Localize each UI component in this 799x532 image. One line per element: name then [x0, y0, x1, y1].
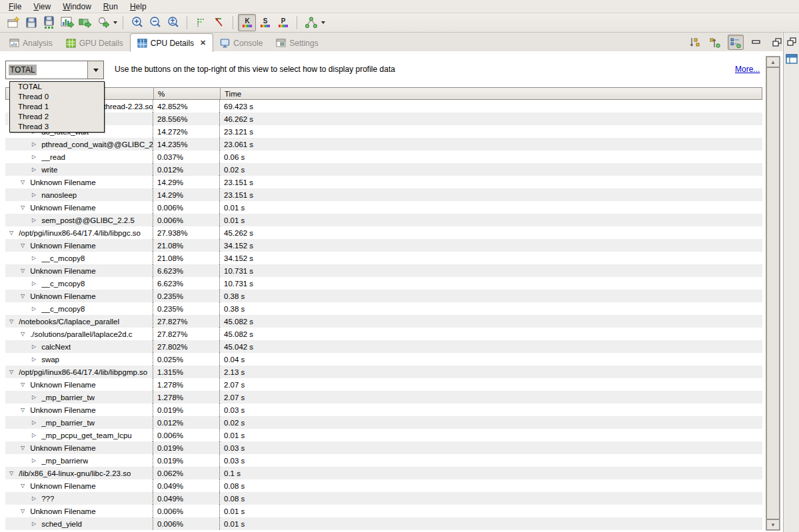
table-row[interactable]: ▽Unknown Filename21.08%34.152 s [5, 239, 762, 252]
save-icon[interactable] [22, 14, 40, 31]
expander-collapsed-icon[interactable]: ▷ [32, 166, 36, 172]
table-row[interactable]: ▷pthread_cond_wait@@GLIBC_2.3.214.235%23… [5, 138, 762, 150]
table-row[interactable]: ▽/lib/x86_64-linux-gnu/libc-2.23.so0.062… [5, 467, 762, 479]
table-row[interactable]: ▽Unknown Filename0.019%0.03 s [5, 441, 762, 454]
expander-collapsed-icon[interactable]: ▷ [32, 394, 36, 400]
table-row[interactable]: ▽Unknown Filename0.049%0.08 s [5, 479, 762, 492]
kernel-coloring-icon[interactable]: K [238, 14, 256, 31]
expander-collapsed-icon[interactable]: ▷ [32, 521, 36, 527]
scroll-down-icon[interactable]: ▼ [766, 519, 780, 530]
column-header-time[interactable]: Time [221, 88, 762, 99]
table-row[interactable]: ▷write0.012%0.02 s [5, 163, 762, 176]
new-session-icon[interactable] [4, 14, 22, 31]
expander-expanded-icon[interactable]: ▽ [21, 268, 25, 274]
expander-expanded-icon[interactable]: ▽ [9, 230, 13, 236]
expander-collapsed-icon[interactable]: ▷ [32, 255, 36, 261]
expander-collapsed-icon[interactable]: ▷ [32, 217, 36, 223]
table-row[interactable]: ▷__c_mcopy86.623%10.731 s [5, 277, 762, 290]
table-row[interactable]: ▽/opt/pgi/linux86-64/17.4/lib/libpgc.so2… [5, 226, 762, 239]
more-link[interactable]: More... [735, 65, 760, 74]
marker-goto-icon[interactable] [210, 14, 228, 31]
table-row[interactable]: ▽/lib/x86_64-linux-gnu/libpthread-2.23.s… [5, 100, 762, 113]
table-row[interactable]: ▽Unknown Filename14.29%23.151 s [5, 176, 762, 188]
table-row[interactable]: ▽Unknown Filename0.235%0.38 s [5, 290, 762, 302]
expander-collapsed-icon[interactable]: ▷ [32, 495, 36, 501]
expander-expanded-icon[interactable]: ▽ [9, 318, 13, 324]
scroll-up-icon[interactable]: ▲ [766, 57, 780, 67]
tab-close-icon[interactable]: ✕ [200, 39, 206, 47]
table-row[interactable]: ▷__c_mcopy80.235%0.38 s [5, 302, 762, 315]
scrollbar-thumb[interactable] [766, 67, 780, 519]
expander-collapsed-icon[interactable]: ▷ [32, 154, 36, 160]
marker-filter-icon[interactable] [192, 14, 210, 31]
menu-file[interactable]: File [3, 1, 27, 13]
dropdown-option[interactable]: Thread 3 [10, 122, 104, 132]
call-tree-dropdown-caret-icon[interactable] [320, 15, 326, 31]
table-row[interactable]: ▽Unknown Filename0.019%0.03 s [5, 403, 762, 416]
expander-expanded-icon[interactable]: ▽ [21, 242, 25, 248]
menu-help[interactable]: Help [124, 1, 153, 13]
menu-view[interactable]: View [27, 1, 57, 13]
dropdown-option[interactable]: Thread 0 [10, 92, 104, 102]
table-row[interactable]: ▷_mp_barrier_tw0.012%0.02 s [5, 416, 762, 429]
generate-timeline-icon[interactable] [58, 14, 76, 31]
expander-collapsed-icon[interactable]: ▷ [32, 344, 36, 350]
zoom-out-icon[interactable] [146, 14, 164, 31]
table-row[interactable]: ▷sem_post@@GLIBC_2.2.50.006%0.01 s [5, 214, 762, 226]
menu-run[interactable]: Run [97, 1, 124, 13]
expander-expanded-icon[interactable]: ▽ [21, 445, 25, 451]
expander-expanded-icon[interactable]: ▽ [21, 508, 25, 514]
combobox-value[interactable]: TOTAL [6, 61, 87, 79]
flat-view-icon[interactable] [728, 35, 744, 50]
expander-collapsed-icon[interactable]: ▷ [32, 432, 36, 438]
expander-expanded-icon[interactable]: ▽ [9, 369, 13, 375]
table-row[interactable]: ▷???0.049%0.08 s [5, 492, 762, 505]
tab-cpu-details[interactable]: CPU Details ✕ [130, 33, 214, 52]
expander-collapsed-icon[interactable]: ▷ [32, 356, 36, 362]
table-row[interactable]: ▽Unknown Filename1.278%2.07 s [5, 378, 762, 391]
table-row[interactable]: ▷_mp_barrier_tw1.278%2.07 s [5, 391, 762, 403]
table-row[interactable]: ▷swap0.025%0.04 s [5, 353, 762, 366]
cpu-details-minimized-icon[interactable] [785, 53, 798, 66]
expander-collapsed-icon[interactable]: ▷ [32, 457, 36, 463]
table-row[interactable]: ▷_mp_barrierw0.019%0.03 s [5, 454, 762, 467]
minimize-view-icon[interactable] [748, 35, 764, 50]
expander-collapsed-icon[interactable]: ▷ [32, 306, 36, 312]
profile-dropdown-caret-icon[interactable] [112, 15, 118, 31]
run-analysis-icon[interactable] [76, 14, 94, 31]
expander-collapsed-icon[interactable]: ▷ [32, 192, 36, 198]
expander-expanded-icon[interactable]: ▽ [21, 382, 25, 388]
table-row[interactable]: ▷do_futex_wait14.272%23.121 s [5, 125, 762, 138]
table-row[interactable]: ▷__read0.037%0.06 s [5, 150, 762, 163]
stream-coloring-icon[interactable]: S [256, 14, 274, 31]
vertical-scrollbar[interactable]: ▲ ▼ [766, 56, 780, 531]
save-all-icon[interactable] [40, 14, 58, 31]
column-header-percent[interactable]: % [154, 88, 221, 99]
process-coloring-icon[interactable]: P [274, 14, 292, 31]
table-row[interactable]: ▷calcNext27.802%45.042 s [5, 340, 762, 353]
table-row[interactable]: ▽/opt/pgi/linux86-64/17.4/lib/libpgmp.so… [5, 366, 762, 378]
expander-expanded-icon[interactable]: ▽ [21, 407, 25, 413]
expander-expanded-icon[interactable]: ▽ [21, 331, 25, 337]
table-row[interactable]: ▷sched_yield0.006%0.01 s [5, 517, 762, 530]
table-row[interactable]: ▽Unknown Filename28.556%46.262 s [5, 113, 762, 125]
sort-call-tree-icon[interactable] [686, 35, 702, 50]
expander-collapsed-icon[interactable]: ▷ [32, 280, 36, 286]
tab-analysis[interactable]: Analysis [3, 35, 59, 51]
table-row[interactable]: ▷__c_mcopy821.08%34.152 s [5, 252, 762, 264]
expander-expanded-icon[interactable]: ▽ [21, 483, 25, 489]
combobox-arrow-icon[interactable] [87, 61, 103, 79]
table-row[interactable]: ▽./solutions/parallel/laplace2d.c27.827%… [5, 328, 762, 340]
tab-gpu-details[interactable]: GPU Details [59, 35, 130, 51]
table-row[interactable]: ▽Unknown Filename0.006%0.01 s [5, 201, 762, 214]
zoom-in-icon[interactable] [128, 14, 146, 31]
profile-scope-combobox[interactable]: TOTAL [5, 61, 104, 79]
table-row[interactable]: ▽/notebooks/C/laplace_parallel27.827%45.… [5, 315, 762, 328]
expander-expanded-icon[interactable]: ▽ [21, 204, 25, 210]
dropdown-option[interactable]: Thread 1 [10, 102, 104, 112]
call-tree-icon[interactable] [302, 14, 320, 31]
profile-application-icon[interactable] [94, 14, 112, 31]
table-row[interactable]: ▷nanosleep14.29%23.151 s [5, 188, 762, 201]
table-row[interactable]: ▽Unknown Filename0.006%0.01 s [5, 505, 762, 517]
expander-collapsed-icon[interactable]: ▷ [32, 141, 36, 147]
